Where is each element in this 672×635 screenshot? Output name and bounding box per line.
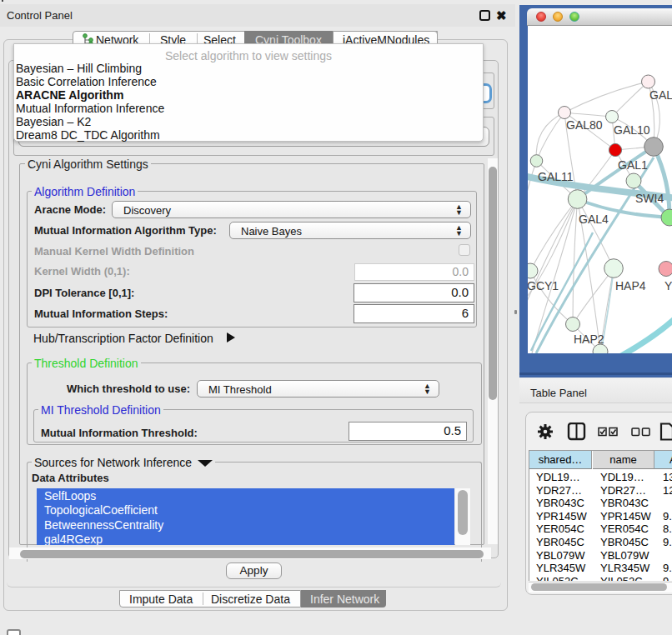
svg-text:GAL10: GAL10 — [614, 123, 650, 137]
svg-text:GAL11: GAL11 — [538, 170, 574, 183]
svg-text:GCY1: GCY1 — [528, 279, 559, 292]
svg-text:Y: Y — [664, 279, 672, 292]
svg-text:GAL4: GAL4 — [579, 212, 609, 226]
svg-text:HAP4: HAP4 — [615, 279, 646, 292]
svg-text:GAL2: GAL2 — [649, 88, 672, 102]
svg-text:GAL80: GAL80 — [566, 118, 603, 132]
svg-text:SWI4: SWI4 — [635, 192, 664, 205]
svg-text:GAL1: GAL1 — [618, 158, 648, 172]
svg-text:HAP2: HAP2 — [574, 332, 604, 346]
